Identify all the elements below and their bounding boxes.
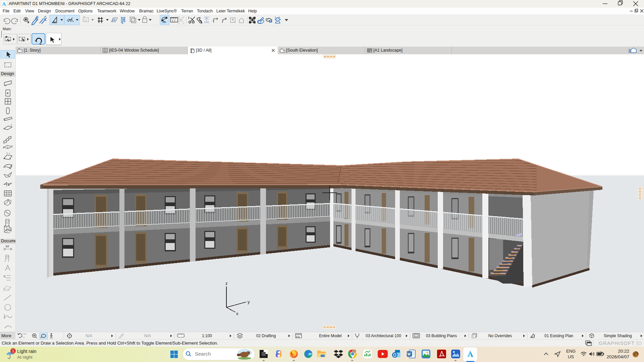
svg-text:1 2: 1 2 xyxy=(172,19,175,22)
svg-text:1: 1 xyxy=(12,349,14,353)
svg-text:XY: XY xyxy=(84,19,88,22)
svg-text:z: z xyxy=(225,281,228,286)
svg-text:x: x xyxy=(236,311,238,316)
svg-text:y: y xyxy=(248,299,250,304)
svg-text:1.2: 1.2 xyxy=(6,245,9,247)
